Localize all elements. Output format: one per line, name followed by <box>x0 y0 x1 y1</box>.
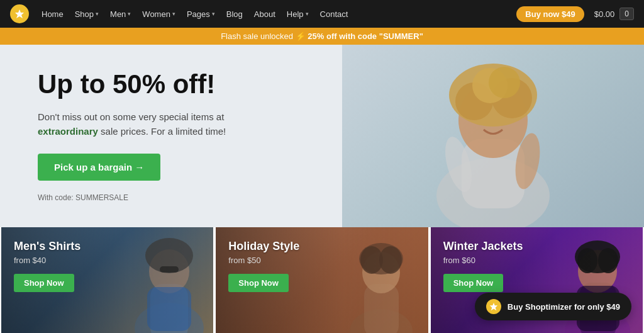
site-logo[interactable] <box>10 4 29 23</box>
card-price-0: from $40 <box>14 256 80 265</box>
card-shop-now-0[interactable]: Shop Now <box>14 274 74 292</box>
card-price-2: from $60 <box>443 256 523 265</box>
flash-text-before: Flash sale unlocked <box>221 31 293 41</box>
navbar: HomeShop▾Men▾Women▾Pages▾BlogAboutHelp▾C… <box>0 0 644 28</box>
cart-count[interactable]: 0 <box>619 8 634 20</box>
sticky-logo-icon <box>486 299 501 314</box>
hero-content: Up to 50% off! Don't miss out on some ve… <box>0 45 644 227</box>
flash-text-bold: 25% off with code "SUMMER" <box>308 31 423 41</box>
chevron-down-icon: ▾ <box>306 11 309 17</box>
chevron-down-icon: ▾ <box>128 11 131 17</box>
chevron-down-icon: ▾ <box>212 11 215 17</box>
nav-item-blog[interactable]: Blog <box>221 7 248 21</box>
chevron-down-icon: ▾ <box>96 11 99 17</box>
nav-links: HomeShop▾Men▾Women▾Pages▾BlogAboutHelp▾C… <box>36 7 514 21</box>
sticky-buy-label: Buy Shoptimizer for only $49 <box>508 302 620 312</box>
nav-item-about[interactable]: About <box>249 7 280 21</box>
hero-subtitle-highlight: extraordinary <box>38 126 98 137</box>
cart-area: $0.00 0 <box>594 8 634 20</box>
card-price-1: from $50 <box>228 256 299 265</box>
hero-section: Up to 50% off! Don't miss out on some ve… <box>0 45 644 227</box>
nav-item-shop[interactable]: Shop▾ <box>70 7 104 21</box>
card-title-0: Men's Shirts <box>14 240 80 253</box>
nav-item-women[interactable]: Women▾ <box>137 7 180 21</box>
flash-sale-bar: Flash sale unlocked ⚡ 25% off with code … <box>0 28 644 45</box>
card-shop-now-2[interactable]: Shop Now <box>443 274 504 292</box>
hero-subtitle-before: Don't miss out on some very special item… <box>38 111 224 122</box>
sticky-buy-button[interactable]: Buy Shoptimizer for only $49 <box>475 293 631 320</box>
card-title-1: Holiday Style <box>228 240 299 253</box>
nav-buy-button[interactable]: Buy now $49 <box>516 6 584 22</box>
logo-icon <box>14 9 25 19</box>
chevron-down-icon: ▾ <box>172 11 175 17</box>
hero-subtitle-after: sale prices. For a limited time! <box>101 126 226 137</box>
product-card-0: Men's Shirts from $40 Shop Now <box>1 227 213 333</box>
flash-lightning: ⚡ <box>296 31 306 41</box>
svg-marker-0 <box>15 9 24 18</box>
nav-item-men[interactable]: Men▾ <box>105 7 136 21</box>
nav-item-pages[interactable]: Pages▾ <box>182 7 220 21</box>
svg-marker-30 <box>490 303 497 310</box>
sticky-lightning-icon <box>489 302 498 311</box>
nav-item-home[interactable]: Home <box>36 7 69 21</box>
nav-item-contact[interactable]: Contact <box>315 7 353 21</box>
card-content-2: Winter Jackets from $60 Shop Now <box>443 240 523 292</box>
hero-cta-button[interactable]: Pick up a bargain → <box>38 154 160 181</box>
product-card-1: Holiday Style from $50 Shop Now <box>216 227 428 333</box>
hero-subtitle: Don't miss out on some very special item… <box>38 110 277 138</box>
cart-price: $0.00 <box>594 9 615 19</box>
card-content-1: Holiday Style from $50 Shop Now <box>228 240 299 292</box>
hero-title: Up to 50% off! <box>38 70 606 99</box>
card-content-0: Men's Shirts from $40 Shop Now <box>14 240 80 292</box>
nav-item-help[interactable]: Help▾ <box>282 7 314 21</box>
card-shop-now-1[interactable]: Shop Now <box>228 274 289 292</box>
hero-code: With code: SUMMERSALE <box>38 193 606 202</box>
card-title-2: Winter Jackets <box>443 240 523 253</box>
